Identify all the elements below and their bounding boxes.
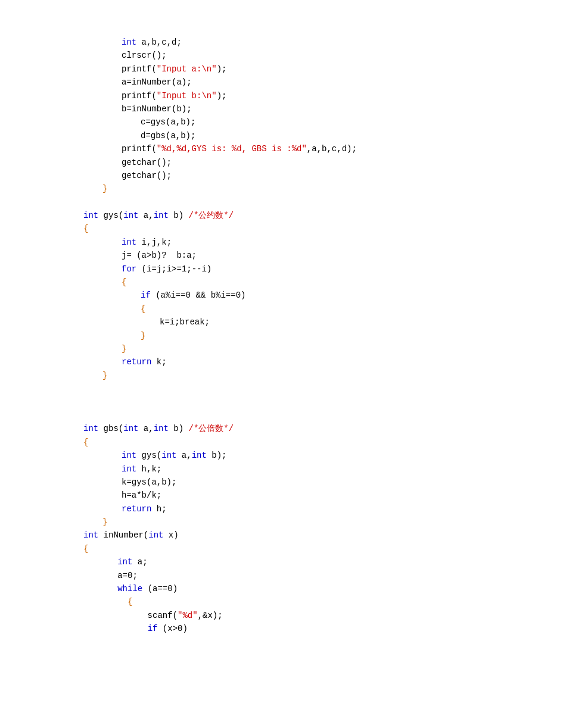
line-21: k=i;break; <box>0 315 563 329</box>
line-0: int a,b,c,d; <box>0 36 563 49</box>
line-31: int gys(int a,int b); <box>0 449 563 462</box>
line-2: printf("Input a:\n"); <box>0 63 563 76</box>
code-block: int a,b,c,d;clrscr();printf("Input a:\n"… <box>0 36 563 636</box>
line-33: k=gys(a,b); <box>0 476 563 489</box>
line-4: printf("Input b:\n"); <box>0 89 563 102</box>
line-40: a=0; <box>0 569 563 582</box>
line-20: { <box>0 302 563 315</box>
line-23: } <box>0 342 563 355</box>
line-11: } <box>0 182 563 195</box>
line-42: { <box>0 595 563 608</box>
line-13: int gys(int a,int b) /*公约数*/ <box>0 209 563 222</box>
line-14: { <box>0 222 563 235</box>
line-1: clrscr(); <box>0 49 563 62</box>
line-22: } <box>0 329 563 342</box>
line-16: j= (a>b)? b:a; <box>0 249 563 262</box>
line-10: getchar(); <box>0 169 563 182</box>
line-24: return k; <box>0 355 563 368</box>
line-30: { <box>0 436 563 449</box>
line-17: for (i=j;i>=1;--i) <box>0 263 563 276</box>
line-3: a=inNumber(a); <box>0 76 563 89</box>
line-15: int i,j,k; <box>0 236 563 249</box>
line-12 <box>0 196 563 209</box>
line-39: int a; <box>0 555 563 568</box>
line-34: h=a*b/k; <box>0 489 563 502</box>
code-container: int a,b,c,d;clrscr();printf("Input a:\n"… <box>0 0 563 728</box>
line-18: { <box>0 276 563 289</box>
line-26 <box>0 382 563 395</box>
line-44: if (x>0) <box>0 622 563 635</box>
line-37: int inNumber(int x) <box>0 529 563 542</box>
line-36: } <box>0 515 563 529</box>
line-6: c=gys(a,b); <box>0 115 563 129</box>
line-25: } <box>0 369 563 382</box>
line-29: int gbs(int a,int b) /*公倍数*/ <box>0 422 563 435</box>
line-19: if (a%i==0 && b%i==0) <box>0 289 563 302</box>
line-27 <box>0 396 563 409</box>
line-32: int h,k; <box>0 463 563 476</box>
line-9: getchar(); <box>0 156 563 169</box>
line-41: while (a==0) <box>0 582 563 595</box>
line-38: { <box>0 542 563 555</box>
line-8: printf("%d,%d,GYS is: %d, GBS is :%d",a,… <box>0 142 563 155</box>
line-28 <box>0 409 563 422</box>
line-7: d=gbs(a,b); <box>0 129 563 142</box>
line-35: return h; <box>0 502 563 515</box>
line-5: b=inNumber(b); <box>0 102 563 115</box>
line-43: scanf("%d",&x); <box>0 609 563 622</box>
